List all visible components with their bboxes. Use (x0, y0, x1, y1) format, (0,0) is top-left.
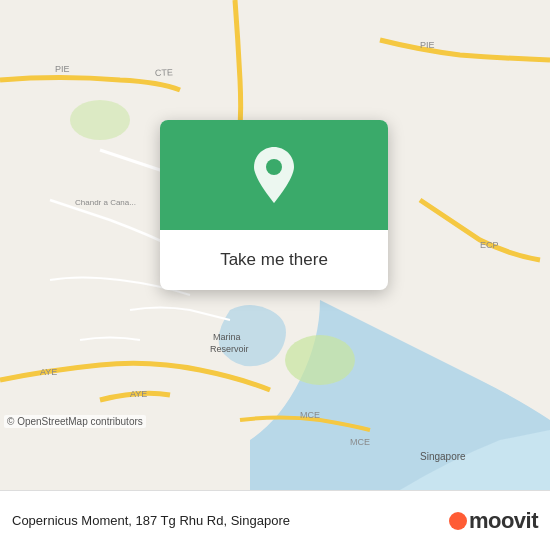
take-me-there-button[interactable]: Take me there (176, 242, 372, 278)
cta-card: Take me there (160, 120, 388, 290)
svg-text:AYE: AYE (130, 389, 147, 399)
svg-text:PIE: PIE (420, 40, 435, 50)
svg-text:MCE: MCE (350, 437, 370, 447)
location-pin-icon (249, 145, 299, 205)
moovit-logo-text: moovit (469, 508, 538, 534)
svg-text:MCE: MCE (300, 410, 320, 420)
moovit-dot-icon (449, 512, 467, 530)
bottom-bar: Copernicus Moment, 187 Tg Rhu Rd, Singap… (0, 490, 550, 550)
cta-card-header (160, 120, 388, 230)
svg-text:Reservoir: Reservoir (210, 344, 249, 354)
moovit-logo: moovit (449, 508, 538, 534)
cta-card-body: Take me there (160, 230, 388, 290)
svg-text:CTE: CTE (155, 67, 173, 78)
svg-point-16 (266, 159, 282, 175)
svg-point-1 (285, 335, 355, 385)
svg-text:Singapore: Singapore (420, 451, 466, 462)
svg-text:Marina: Marina (213, 332, 241, 342)
svg-point-2 (70, 100, 130, 140)
svg-text:ECP: ECP (480, 240, 499, 250)
svg-text:PIE: PIE (55, 64, 70, 74)
map-attribution: © OpenStreetMap contributors (4, 415, 146, 428)
svg-text:AYE: AYE (40, 367, 57, 377)
location-address: Copernicus Moment, 187 Tg Rhu Rd, Singap… (12, 513, 449, 528)
map-view: CTE PIE PIE ECP AYE AYE MCE MCE Marina R… (0, 0, 550, 490)
svg-text:Chandr a Cana...: Chandr a Cana... (75, 198, 136, 207)
